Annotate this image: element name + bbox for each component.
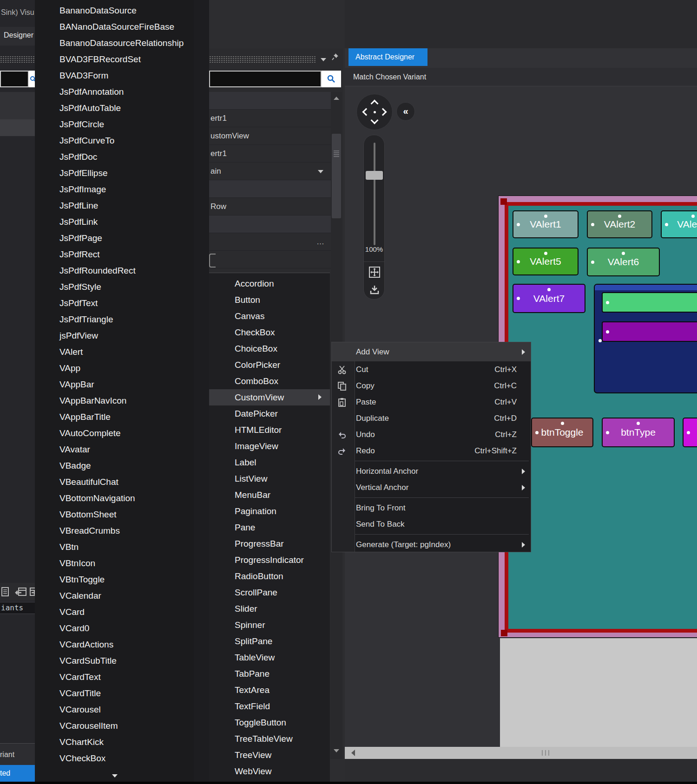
property-row[interactable] [209, 180, 331, 198]
zoom-slider-thumb[interactable] [366, 171, 383, 180]
menu-item-horizontal-anchor[interactable]: Horizontal Anchor [332, 463, 531, 479]
match-chosen-variant-header[interactable]: Match Chosen Variant [345, 68, 697, 86]
view-block-green-bar[interactable] [602, 292, 697, 313]
import-view-icon[interactable] [15, 587, 27, 596]
menu-item-send-to-back[interactable]: Send To Back [332, 516, 531, 532]
component-item-vcalendar[interactable]: VCalendar [35, 588, 194, 604]
property-row[interactable]: ain [209, 163, 331, 180]
document-icon[interactable] [1, 587, 9, 596]
collapse-chevron-icon[interactable] [321, 58, 326, 61]
view-type-button[interactable]: Button [209, 292, 330, 308]
component-item-vcardactions[interactable]: VCardActions [35, 636, 194, 653]
property-row[interactable] [209, 216, 331, 233]
resize-handle-top-left[interactable] [500, 198, 507, 205]
view-type-imageview[interactable]: ImageView [209, 438, 330, 454]
view-type-customview[interactable]: CustomView [209, 389, 330, 405]
component-item-jspdfautotable[interactable]: JsPdfAutoTable [35, 100, 194, 116]
component-item-vbtn[interactable]: VBtn [35, 539, 194, 555]
property-row[interactable]: ustomView [209, 127, 331, 145]
component-item-vcardtext[interactable]: VCardText [35, 669, 194, 685]
component-item-jspdfroundedrect[interactable]: JsPdfRoundedRect [35, 262, 194, 279]
ellipsis-button[interactable]: … [316, 233, 324, 251]
component-item-vbreadcrumbs[interactable]: VBreadCrumbs [35, 523, 194, 539]
horizontal-scrollbar[interactable] [345, 747, 697, 759]
view-type-listview[interactable]: ListView [209, 470, 330, 487]
view-type-scrollpane[interactable]: ScrollPane [209, 584, 330, 601]
pan-control[interactable] [356, 94, 393, 130]
component-item-jspdfdoc[interactable]: JsPdfDoc [35, 149, 194, 165]
view-type-slider[interactable]: Slider [209, 601, 330, 617]
component-item-jspdfrect[interactable]: JsPdfRect [35, 246, 194, 262]
view-type-progressindicator[interactable]: ProgressIndicator [209, 552, 330, 568]
component-item-vcheckbox[interactable]: VCheckBox [35, 750, 194, 766]
view-type-textfield[interactable]: TextField [209, 698, 330, 714]
pin-icon[interactable] [332, 53, 339, 61]
chevron-down-icon[interactable] [318, 170, 323, 173]
component-item-jspdfellipse[interactable]: JsPdfEllipse [35, 165, 194, 181]
rail-selected-row[interactable] [0, 119, 35, 136]
menu-item-paste[interactable]: PasteCtrl+V [332, 394, 531, 410]
component-item-vcardtitle[interactable]: VCardTitle [35, 685, 194, 701]
component-item-vcard[interactable]: VCard [35, 604, 194, 620]
component-item-jspdfcircle[interactable]: JsPdfCircle [35, 116, 194, 132]
view-type-togglebutton[interactable]: ToggleButton [209, 714, 330, 731]
component-item-vcard0[interactable]: VCard0 [35, 620, 194, 636]
view-type-pane[interactable]: Pane [209, 519, 330, 536]
component-item-jspdfimage[interactable]: JsPdfImage [35, 181, 194, 197]
component-item-vbottomsheet[interactable]: VBottomSheet [35, 506, 194, 523]
view-type-menubar[interactable]: MenuBar [209, 487, 330, 503]
export-icon[interactable] [369, 284, 380, 295]
view-type-combobox[interactable]: ComboBox [209, 373, 330, 389]
component-item-vavatar[interactable]: VAvatar [35, 441, 194, 457]
view-type-htmleditor[interactable]: HTMLEditor [209, 422, 330, 438]
drag-grip-strip[interactable] [0, 56, 35, 63]
component-item-vcarouselitem[interactable]: VCarouselItem [35, 718, 194, 734]
zoom-slider-track[interactable] [374, 143, 375, 245]
view-type-accordion[interactable]: Accordion [209, 275, 330, 292]
view-type-splitpane[interactable]: SplitPane [209, 633, 330, 649]
view-type-checkbox[interactable]: CheckBox [209, 324, 330, 340]
component-item-vbtntoggle[interactable]: VBtnToggle [35, 571, 194, 588]
view-block-purple-bar[interactable] [602, 321, 697, 342]
component-item-vappbar[interactable]: VAppBar [35, 376, 194, 392]
resize-handle-bottom-left[interactable] [501, 630, 507, 636]
component-item-vcarousel[interactable]: VCarousel [35, 701, 194, 718]
menu-item-cut[interactable]: CutCtrl+X [332, 361, 531, 378]
menu-item-add-view[interactable]: Add View [332, 342, 531, 361]
pan-up-icon[interactable] [371, 100, 379, 108]
component-item-jspdfline[interactable]: JsPdfLine [35, 197, 194, 214]
scroll-left-icon[interactable] [351, 750, 355, 756]
component-item-valert[interactable]: VAlert [35, 344, 194, 360]
panel-search-input[interactable] [209, 71, 322, 87]
view-block-valert2[interactable]: VAlert2 [587, 210, 652, 238]
view-type-tabpane[interactable]: TabPane [209, 666, 330, 682]
selected-status-fragment[interactable]: ted [0, 765, 35, 782]
view-type-webview[interactable]: WebView [209, 763, 330, 779]
component-item-jspdftriangle[interactable]: JsPdfTriangle [35, 311, 194, 327]
view-type-tableview[interactable]: TableView [209, 649, 330, 666]
view-type-spinner[interactable]: Spinner [209, 617, 330, 633]
property-row[interactable] [209, 92, 331, 110]
view-type-radiobutton[interactable]: RadioButton [209, 568, 330, 584]
component-item-vapp[interactable]: VApp [35, 360, 194, 376]
menu-item-duplicate[interactable]: DuplicateCtrl+D [332, 410, 531, 426]
view-block-valert5[interactable]: VAlert5 [513, 248, 579, 275]
component-item-jspdfannotation[interactable]: JsPdfAnnotation [35, 84, 194, 100]
view-type-label[interactable]: Label [209, 454, 330, 470]
view-block-valert7[interactable]: VAlert7 [513, 284, 585, 313]
component-item-vbeautifulchat[interactable]: VBeautifulChat [35, 474, 194, 490]
view-block-valert6[interactable]: VAlert6 [587, 248, 660, 276]
tab-abstract-designer[interactable]: Abstract Designer [348, 48, 427, 66]
component-item-jspdfstyle[interactable]: JsPdfStyle [35, 279, 194, 295]
property-row[interactable]: ertr1 [209, 110, 331, 127]
view-type-canvas[interactable]: Canvas [209, 308, 330, 324]
component-item-bvad3fbrecordset[interactable]: BVAD3FBRecordSet [35, 51, 194, 67]
view-block-partial[interactable] [683, 418, 697, 447]
component-item-vappbartitle[interactable]: VAppBarTitle [35, 409, 194, 425]
component-item-jspdftext[interactable]: JsPdfText [35, 295, 194, 311]
view-block-valert1[interactable]: VAlert1 [513, 210, 579, 238]
scrollbar-grip[interactable] [542, 750, 549, 756]
component-item-jspdfcurveto[interactable]: JsPdfCurveTo [35, 132, 194, 149]
component-item-vbottomnavigation[interactable]: VBottomNavigation [35, 490, 194, 506]
component-item-bananodatasourcerelationship[interactable]: BananoDatasourceRelationship [35, 35, 194, 51]
